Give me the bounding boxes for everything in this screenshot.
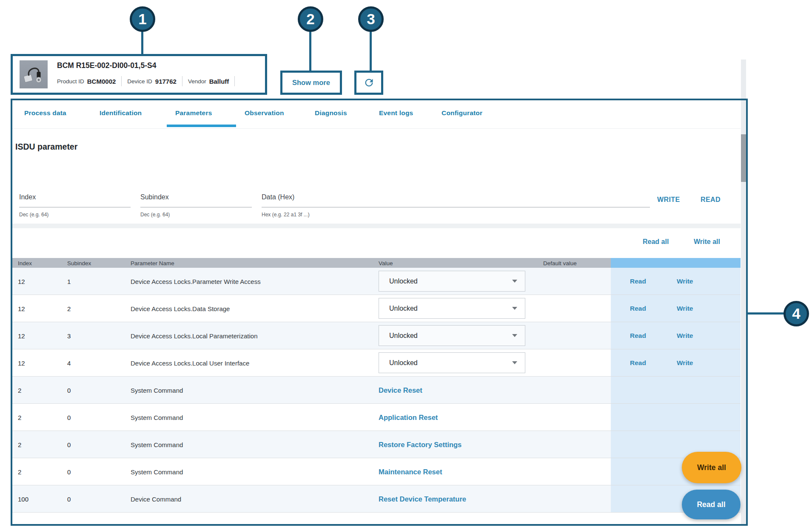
cell-index: 2 <box>18 441 21 448</box>
meta-divider <box>182 76 182 86</box>
restore-factory-settings-command[interactable]: Restore Factory Settings <box>379 440 462 448</box>
callout-3-badge: 3 <box>358 6 384 32</box>
callout-2-line <box>309 31 311 71</box>
write-all-floating-button[interactable]: Write all <box>682 452 741 483</box>
chevron-down-icon <box>512 307 517 310</box>
value-dropdown[interactable]: Unlocked <box>379 298 525 319</box>
isdu-data-hex-field[interactable]: Data (Hex) Hex (e.g. 22 a1 3f ...) <box>262 193 650 201</box>
table-row: 12 3 Device Access Locks.Local Parameter… <box>12 322 741 349</box>
tab-identification[interactable]: Identification <box>100 109 142 117</box>
cell-index: 2 <box>18 414 21 421</box>
product-id-label: Product ID <box>57 78 84 85</box>
cell-parameter-name: Device Access Locks.Data Storage <box>131 305 230 312</box>
section-divider <box>12 224 741 228</box>
write-all-link[interactable]: Write all <box>694 238 720 246</box>
cell-parameter-name: System Command <box>131 468 183 475</box>
cell-index: 2 <box>18 386 21 394</box>
device-title: BCM R15E-002-DI00-01,5-S4 <box>57 61 156 70</box>
tab-observation[interactable]: Observation <box>245 109 284 117</box>
application-reset-command[interactable]: Application Reset <box>379 413 438 421</box>
read-all-floating-button[interactable]: Read all <box>682 490 741 519</box>
value-dropdown[interactable]: Unlocked <box>379 325 525 346</box>
cell-parameter-name: System Command <box>131 386 183 394</box>
tabbar-divider <box>12 128 741 129</box>
table-row: 12 2 Device Access Locks.Data Storage Un… <box>12 295 741 322</box>
refresh-callout-box <box>354 71 383 95</box>
cable-product-image <box>20 60 48 88</box>
isdu-index-helper: Dec (e.g. 64) <box>19 212 48 218</box>
chevron-down-icon <box>512 280 517 283</box>
cell-index: 2 <box>18 468 21 475</box>
cell-parameter-name: Device Access Locks.Local Parameterizati… <box>131 332 257 339</box>
dropdown-selected-value: Unlocked <box>389 305 418 312</box>
device-id-label: Device ID <box>127 78 152 85</box>
cell-parameter-name: Device Access Locks.Local User Interface <box>131 359 249 366</box>
tab-parameters[interactable]: Parameters <box>175 109 212 117</box>
isdu-read-button[interactable]: READ <box>701 196 721 204</box>
cell-index: 12 <box>18 332 25 339</box>
table-row: 2 0 System Command Restore Factory Setti… <box>12 431 741 458</box>
vendor-value: Balluff <box>209 78 229 85</box>
chevron-down-icon <box>512 334 517 337</box>
action-column-header <box>611 258 741 268</box>
row-write-button[interactable]: Write <box>677 332 693 340</box>
meta-divider <box>121 76 122 86</box>
row-read-button[interactable]: Read <box>630 278 646 285</box>
cell-index: 12 <box>18 359 25 366</box>
cell-subindex: 0 <box>67 441 71 448</box>
tab-diagnosis[interactable]: Diagnosis <box>315 109 347 117</box>
table-row: 100 0 Device Command Reset Device Temper… <box>12 485 741 513</box>
parameter-table: Index Subindex Parameter Name Value Defa… <box>12 258 741 521</box>
maintenance-reset-command[interactable]: Maintenance Reset <box>379 468 442 476</box>
reset-device-temperature-command[interactable]: Reset Device Temperature <box>379 495 466 503</box>
row-write-button[interactable]: Write <box>677 359 693 367</box>
row-read-button[interactable]: Read <box>630 332 646 340</box>
callout-4-line <box>747 312 785 315</box>
device-header-card: BCM R15E-002-DI00-01,5-S4 Product ID BCM… <box>11 54 267 95</box>
table-row: 2 0 System Command Maintenance Reset <box>12 458 741 485</box>
page-scrollbar-track[interactable] <box>741 60 746 99</box>
panel-scrollbar-thumb[interactable] <box>741 134 746 182</box>
isdu-subindex-field[interactable]: Subindex Dec (e.g. 64) <box>140 193 252 201</box>
read-all-link[interactable]: Read all <box>643 238 669 246</box>
dropdown-selected-value: Unlocked <box>389 332 418 340</box>
table-header-row: Index Subindex Parameter Name Value Defa… <box>12 258 741 268</box>
col-header-index: Index <box>18 260 32 266</box>
cell-subindex: 0 <box>67 414 71 421</box>
row-read-button[interactable]: Read <box>630 359 646 367</box>
row-read-button[interactable]: Read <box>630 305 646 312</box>
isdu-index-label: Index <box>19 193 131 201</box>
callout-4-badge: 4 <box>784 301 809 326</box>
row-write-button[interactable]: Write <box>677 278 693 285</box>
isdu-subindex-helper: Dec (e.g. 64) <box>140 212 170 218</box>
value-dropdown[interactable]: Unlocked <box>379 352 525 373</box>
isdu-data-hex-label: Data (Hex) <box>262 193 650 201</box>
cell-parameter-name: System Command <box>131 441 183 448</box>
refresh-icon[interactable] <box>363 77 375 88</box>
cell-parameter-name: Device Access Locks.Parameter Write Acce… <box>131 278 261 285</box>
isdu-write-button[interactable]: WRITE <box>657 196 680 204</box>
input-underline <box>140 207 252 207</box>
cell-parameter-name: Device Command <box>131 495 181 502</box>
isdu-subindex-label: Subindex <box>140 193 252 201</box>
value-dropdown[interactable]: Unlocked <box>379 271 525 292</box>
dropdown-selected-value: Unlocked <box>389 359 418 367</box>
device-reset-command[interactable]: Device Reset <box>379 386 422 394</box>
meta-divider <box>234 76 235 86</box>
device-meta: Product ID BCM0002 Device ID 917762 Vend… <box>57 76 240 86</box>
show-more-button[interactable]: Show more <box>292 79 330 87</box>
cell-subindex: 0 <box>67 495 71 502</box>
cell-index: 12 <box>18 305 25 312</box>
cell-subindex: 1 <box>67 278 71 285</box>
table-row-clipped <box>12 513 741 521</box>
isdu-data-hex-helper: Hex (e.g. 22 a1 3f ...) <box>262 212 310 218</box>
callout-1-line <box>141 31 143 55</box>
cell-subindex: 4 <box>67 359 71 366</box>
isdu-index-field[interactable]: Index Dec (e.g. 64) <box>19 193 131 201</box>
tab-process-data[interactable]: Process data <box>24 109 66 117</box>
row-write-button[interactable]: Write <box>677 305 693 312</box>
tab-event-logs[interactable]: Event logs <box>379 109 413 117</box>
col-header-default-value: Default value <box>543 260 577 266</box>
table-row: 2 0 System Command Device Reset <box>12 377 741 404</box>
tab-configurator[interactable]: Configurator <box>442 109 482 117</box>
